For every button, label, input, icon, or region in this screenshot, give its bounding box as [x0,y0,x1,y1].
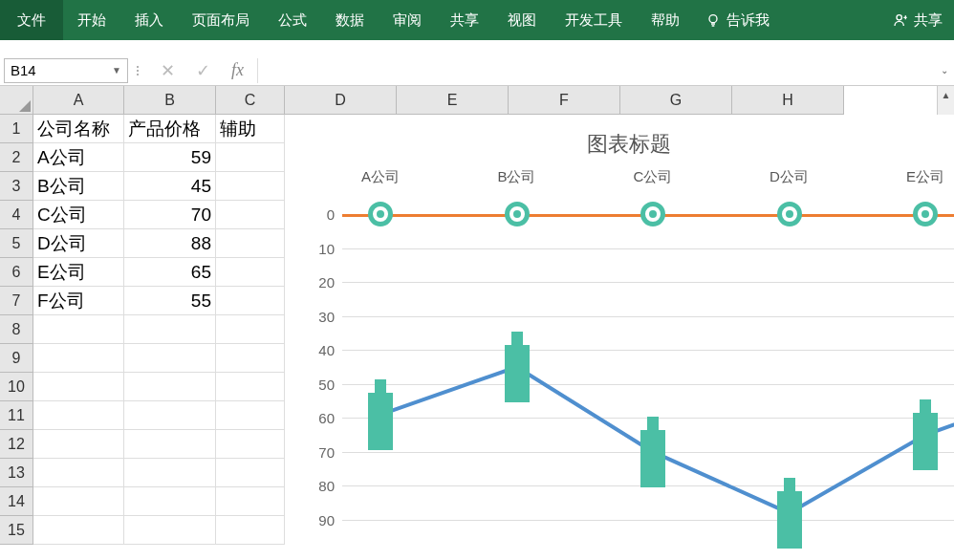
embedded-chart[interactable]: 图表标题 A公司B公司C公司D公司E公司 0102030405060708090 [285,115,954,560]
row-header-14[interactable]: 14 [0,487,33,516]
col-header-H[interactable]: H [732,86,844,115]
cell-A1[interactable]: 公司名称 [33,115,124,143]
row-header-1[interactable]: 1 [0,115,33,143]
cell-B1[interactable]: 产品价格 [124,115,216,143]
cell-A3[interactable]: B公司 [33,172,124,201]
cell-B5[interactable]: 88 [124,229,216,258]
cell-A10[interactable] [33,373,124,401]
row-header-2[interactable]: 2 [0,143,33,172]
cell-B2[interactable]: 59 [124,143,216,172]
cell-B4[interactable]: 70 [124,201,216,229]
expand-formula-icon[interactable]: ⌄ [935,65,954,75]
share-button[interactable]: 共享 [881,11,954,30]
tab-developer[interactable]: 开发工具 [551,0,637,40]
tab-data[interactable]: 数据 [321,0,379,40]
row-header-11[interactable]: 11 [0,401,33,430]
row-header-13[interactable]: 13 [0,459,33,487]
row-header-9[interactable]: 9 [0,344,33,373]
formula-input[interactable] [257,58,935,83]
cell-C1[interactable]: 辅助 [216,115,285,143]
cell-C5[interactable] [216,229,285,258]
cells[interactable]: 公司名称产品价格辅助A公司59B公司45C公司70D公司88E公司65F公司55… [33,115,937,545]
col-header-G[interactable]: G [620,86,732,115]
cell-C13[interactable] [216,459,285,487]
cell-C12[interactable] [216,430,285,459]
cell-B10[interactable] [124,373,216,401]
cell-A8[interactable] [33,315,124,344]
cell-B3[interactable]: 45 [124,172,216,201]
cell-B8[interactable] [124,315,216,344]
cell-A2[interactable]: A公司 [33,143,124,172]
chart-bottle-marker[interactable] [913,399,938,470]
cell-C9[interactable] [216,344,285,373]
cell-B9[interactable] [124,344,216,373]
chart-bottle-marker[interactable] [505,332,530,402]
col-header-F[interactable]: F [509,86,620,115]
row-header-12[interactable]: 12 [0,430,33,459]
fx-icon[interactable]: fx [231,60,244,80]
row-header-7[interactable]: 7 [0,287,33,315]
cell-A15[interactable] [33,516,124,545]
tab-file[interactable]: 文件 [0,0,63,40]
cell-C8[interactable] [216,315,285,344]
cell-A7[interactable]: F公司 [33,287,124,315]
cell-A13[interactable] [33,459,124,487]
tab-share[interactable]: 共享 [436,0,493,40]
tab-help[interactable]: 帮助 [637,0,694,40]
cell-B11[interactable] [124,401,216,430]
cell-C14[interactable] [216,487,285,516]
col-header-E[interactable]: E [397,86,509,115]
tab-formulas[interactable]: 公式 [264,0,321,40]
name-box-value: B14 [11,62,36,78]
row-header-6[interactable]: 6 [0,258,33,287]
tab-view[interactable]: 视图 [493,0,551,40]
cell-A6[interactable]: E公司 [33,258,124,287]
cell-A9[interactable] [33,344,124,373]
cell-B6[interactable]: 65 [124,258,216,287]
cell-C3[interactable] [216,172,285,201]
col-header-A[interactable]: A [33,86,124,115]
cell-B14[interactable] [124,487,216,516]
cell-B13[interactable] [124,459,216,487]
row-header-10[interactable]: 10 [0,373,33,401]
tab-home[interactable]: 开始 [63,0,120,40]
name-box[interactable]: B14 ▼ [4,58,128,83]
row-header-3[interactable]: 3 [0,172,33,201]
scroll-up-icon[interactable]: ▲ [938,86,954,103]
cell-C6[interactable] [216,258,285,287]
chart-bottle-marker[interactable] [640,417,665,487]
tab-pagelayout[interactable]: 页面布局 [178,0,264,40]
cell-C11[interactable] [216,401,285,430]
cell-A12[interactable] [33,430,124,459]
cell-A5[interactable]: D公司 [33,229,124,258]
tab-review[interactable]: 审阅 [379,0,436,40]
cell-C15[interactable] [216,516,285,545]
cell-B15[interactable] [124,516,216,545]
col-header-D[interactable]: D [285,86,397,115]
cell-C10[interactable] [216,373,285,401]
tab-insert[interactable]: 插入 [120,0,178,40]
row-header-5[interactable]: 5 [0,229,33,258]
chart-bottle-marker[interactable] [368,379,393,450]
cell-A4[interactable]: C公司 [33,201,124,229]
cell-A11[interactable] [33,401,124,430]
cell-B12[interactable] [124,430,216,459]
cell-C2[interactable] [216,143,285,172]
share-label: 共享 [914,11,943,30]
chevron-down-icon[interactable]: ▼ [112,65,121,75]
chart-y-tick: 90 [285,512,335,528]
cell-A14[interactable] [33,487,124,516]
row-header-4[interactable]: 4 [0,201,33,229]
row-header-8[interactable]: 8 [0,315,33,344]
chart-title[interactable]: 图表标题 [285,115,954,168]
resize-handle[interactable] [128,66,147,75]
col-header-B[interactable]: B [124,86,216,115]
chart-bottle-marker[interactable] [777,478,802,549]
select-all-corner[interactable] [0,86,33,115]
tell-me[interactable]: 告诉我 [694,11,781,30]
cell-B7[interactable]: 55 [124,287,216,315]
cell-C4[interactable] [216,201,285,229]
row-header-15[interactable]: 15 [0,516,33,545]
col-header-C[interactable]: C [216,86,285,115]
cell-C7[interactable] [216,287,285,315]
